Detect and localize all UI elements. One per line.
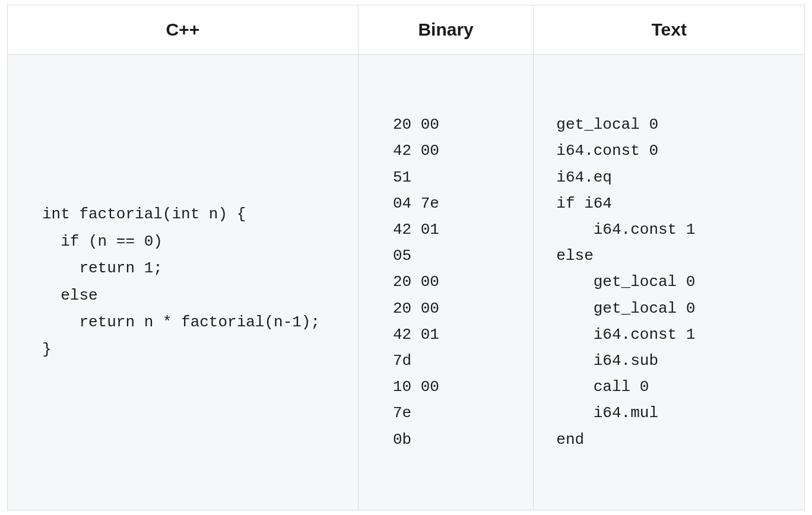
binary-code-block: 20 00 42 00 51 04 7e 42 01 05 20 00 20 0…: [375, 112, 516, 452]
text-code-block: get_local 0 i64.const 0 i64.eq if i64 i6…: [550, 112, 788, 452]
comparison-table: C++ Binary Text int factorial(int n) { i…: [7, 5, 805, 510]
comparison-table-wrapper: C++ Binary Text int factorial(int n) { i…: [0, 0, 812, 515]
cell-cpp: int factorial(int n) { if (n == 0) retur…: [8, 55, 359, 510]
cell-binary: 20 00 42 00 51 04 7e 42 01 05 20 00 20 0…: [358, 55, 533, 510]
column-header-text: Text: [534, 5, 805, 55]
column-header-cpp: C++: [8, 5, 359, 55]
cpp-code-block: int factorial(int n) { if (n == 0) retur…: [24, 201, 341, 363]
cell-text: get_local 0 i64.const 0 i64.eq if i64 i6…: [534, 55, 805, 510]
column-header-binary: Binary: [358, 5, 533, 55]
